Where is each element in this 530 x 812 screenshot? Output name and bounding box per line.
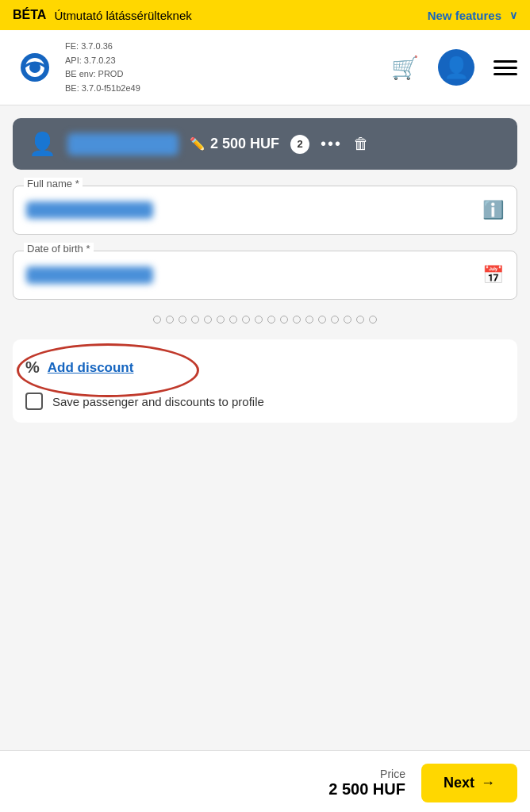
save-passenger-row: Save passenger and discounts to profile — [25, 393, 505, 410]
version-info: FE: 3.7.0.36 API: 3.7.0.23 BE env: PROD … — [65, 40, 140, 95]
person-icon: 👤 — [29, 131, 56, 157]
full-name-field-group: Full name * ℹ️ — [13, 186, 517, 235]
version-fe: FE: 3.7.0.36 — [65, 40, 140, 54]
full-name-label: Full name * — [24, 178, 83, 190]
percent-icon: % — [25, 358, 40, 377]
profile-icon: 👤 — [444, 56, 469, 80]
logo-area: FE: 3.7.0.36 API: 3.7.0.23 BE env: PROD … — [13, 40, 140, 95]
pagination-dot[interactable] — [356, 316, 364, 324]
dob-input[interactable]: 📅 — [13, 251, 517, 300]
passenger-name-blurred — [67, 133, 179, 155]
full-name-value-blurred — [26, 201, 153, 219]
beta-label: BÉTA — [13, 8, 46, 22]
delete-passenger-button[interactable]: 🗑 — [353, 135, 369, 153]
pagination-dot[interactable] — [293, 316, 301, 324]
pagination-dot[interactable] — [344, 316, 351, 324]
edit-icon[interactable]: ✏️ — [190, 136, 205, 151]
version-api: API: 3.7.0.23 — [65, 54, 140, 68]
version-be-env: BE env: PROD — [65, 67, 140, 82]
price-edit-area: ✏️ 2 500 HUF — [190, 136, 279, 152]
profile-circle: 👤 — [438, 49, 474, 86]
save-passenger-label: Save passenger and discounts to profile — [52, 395, 264, 408]
passenger-price: 2 500 HUF — [210, 136, 279, 152]
calendar-icon[interactable]: 📅 — [482, 265, 504, 285]
header-actions: 🛒 👤 — [391, 49, 517, 86]
version-be: BE: 3.7.0-f51b2e49 — [65, 82, 140, 96]
pagination-dot[interactable] — [242, 316, 250, 324]
passenger-badge: 2 — [290, 135, 309, 154]
pagination-dot[interactable] — [280, 316, 288, 324]
full-name-input[interactable]: ℹ️ — [13, 186, 517, 235]
beta-bar: BÉTA Útmutató látássérülteknek New featu… — [0, 0, 530, 30]
add-discount-row: % Add discount — [25, 355, 505, 380]
pagination-dot[interactable] — [255, 316, 263, 324]
pagination-dot[interactable] — [179, 316, 186, 324]
dob-value-blurred — [26, 266, 153, 284]
main-content: 👤 ✏️ 2 500 HUF 2 ••• 🗑 Full name * ℹ️ Da… — [0, 105, 530, 451]
cart-icon: 🛒 — [391, 56, 419, 80]
profile-button[interactable]: 👤 — [438, 49, 474, 86]
pagination-dots — [13, 316, 517, 324]
pagination-dot[interactable] — [331, 316, 339, 324]
next-button[interactable]: Next → — [421, 764, 517, 802]
dob-field-group: Date of birth * 📅 — [13, 251, 517, 300]
info-icon[interactable]: ℹ️ — [482, 200, 504, 220]
pagination-dot[interactable] — [318, 316, 326, 324]
save-passenger-checkbox[interactable] — [25, 393, 43, 410]
pagination-dot[interactable] — [267, 316, 275, 324]
cart-button[interactable]: 🛒 — [391, 55, 419, 81]
pagination-dot[interactable] — [217, 316, 225, 324]
next-arrow-icon: → — [481, 775, 495, 791]
pagination-dot[interactable] — [166, 316, 174, 324]
chevron-down-icon[interactable]: ∨ — [509, 9, 517, 21]
pagination-dot[interactable] — [369, 316, 377, 324]
hamburger-icon — [494, 60, 517, 75]
price-value: 2 500 HUF — [328, 780, 405, 799]
next-button-label: Next — [444, 775, 474, 791]
add-discount-button[interactable]: Add discount — [48, 360, 134, 376]
app-logo[interactable] — [13, 52, 57, 83]
discount-section: % Add discount Save passenger and discou… — [13, 339, 517, 423]
passenger-card: 👤 ✏️ 2 500 HUF 2 ••• 🗑 — [13, 118, 517, 170]
guide-text: Útmutató látássérülteknek — [54, 9, 419, 22]
menu-button[interactable] — [494, 60, 517, 75]
more-options-button[interactable]: ••• — [321, 135, 342, 153]
pagination-dot[interactable] — [191, 316, 199, 324]
pagination-dot[interactable] — [229, 316, 237, 324]
pagination-dot[interactable] — [204, 316, 212, 324]
price-label: Price — [328, 768, 405, 780]
price-info: Price 2 500 HUF — [328, 768, 405, 799]
header: FE: 3.7.0.36 API: 3.7.0.23 BE env: PROD … — [0, 30, 530, 105]
dob-label: Date of birth * — [24, 243, 94, 255]
pagination-dot[interactable] — [153, 316, 161, 324]
new-features-link[interactable]: New features — [428, 9, 501, 22]
bottom-bar: Price 2 500 HUF Next → — [0, 750, 530, 812]
pagination-dot[interactable] — [305, 316, 313, 324]
